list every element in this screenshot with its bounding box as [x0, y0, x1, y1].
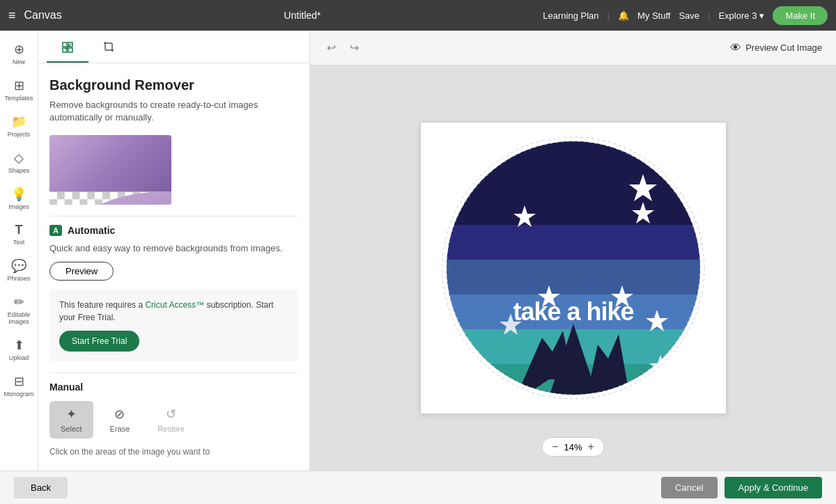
projects-icon: 📁	[11, 114, 26, 129]
sidebar-item-upload[interactable]: ⬆ Upload	[0, 332, 38, 367]
explore-button[interactable]: Explore 3 ▾	[718, 10, 764, 21]
sidebar-label-shapes: Shapes	[8, 167, 30, 174]
topbar: ≡ Canvas Untitled* Learning Plan | 🔔 My …	[0, 0, 836, 31]
erase-tool-icon: ⊘	[114, 407, 125, 422]
erase-tool-label: Erase	[110, 425, 130, 433]
upload-icon: ⬆	[14, 338, 24, 353]
my-stuff-link[interactable]: My Stuff	[637, 10, 670, 21]
divider-2	[49, 372, 298, 373]
menu-icon[interactable]: ≡	[8, 8, 16, 23]
back-button[interactable]: Back	[14, 477, 68, 498]
phrases-icon: 💬	[11, 258, 26, 274]
panel-tabs	[38, 31, 309, 63]
hike-badge-svg: take a hike	[441, 136, 706, 400]
canvas-toolbar-left: ↩ ↪	[324, 38, 362, 57]
sidebar-item-shapes[interactable]: ◇ Shapes	[0, 145, 38, 180]
cancel-button[interactable]: Cancel	[661, 477, 717, 498]
canvas-area: ↩ ↪ 👁 Preview Cut Image	[310, 31, 836, 471]
manual-hint: Click on the areas of the image you want…	[49, 447, 298, 457]
subscription-text: This feature requires a Cricut Access™ s…	[59, 299, 288, 324]
free-trial-button[interactable]: Start Free Trial	[59, 331, 139, 352]
preview-cut-image-button[interactable]: 👁 Preview Cut Image	[730, 42, 822, 54]
cricut-access-link[interactable]: Cricut Access™	[145, 300, 204, 310]
sidebar-item-text[interactable]: T Text	[0, 217, 38, 251]
templates-icon: ⊞	[14, 78, 24, 93]
sidebar-label-phrases: Phrases	[7, 275, 30, 282]
tab-background-remover[interactable]	[47, 31, 88, 63]
separator-2: |	[708, 10, 710, 21]
manual-tools: ✦ Select ⊘ Erase ↺ Restore	[49, 401, 298, 439]
doc-title[interactable]: Untitled*	[284, 10, 321, 21]
monogram-icon: ⊟	[14, 374, 24, 389]
zoom-level: 14%	[564, 442, 582, 452]
subscription-box: This feature requires a Cricut Access™ s…	[49, 289, 298, 361]
canvas-document: take a hike	[420, 122, 727, 414]
apply-continue-button[interactable]: Apply & Continue	[725, 477, 822, 498]
sidebar-item-projects[interactable]: 📁 Projects	[0, 109, 38, 143]
erase-tool-button[interactable]: ⊘ Erase	[99, 401, 141, 439]
bottombar: Back Cancel Apply & Continue	[0, 471, 836, 504]
panel-content: Background Remover Remove backgrounds to…	[38, 63, 309, 471]
redo-button[interactable]: ↪	[347, 38, 362, 57]
new-icon: ⊕	[14, 42, 24, 57]
restore-tool-icon: ↺	[166, 407, 176, 422]
sidebar-label-images: Images	[8, 203, 29, 210]
undo-button[interactable]: ↩	[324, 38, 339, 57]
sidebar-label-text: Text	[13, 239, 25, 246]
panel: Background Remover Remove backgrounds to…	[38, 31, 310, 471]
zoom-in-button[interactable]: +	[588, 441, 594, 452]
editable-images-icon: ✏	[14, 294, 24, 310]
canvas-main[interactable]: take a hike	[310, 65, 836, 471]
preview-cut-image-label: Preview Cut Image	[745, 42, 822, 53]
panel-description: Remove backgrounds to create ready-to-cu…	[49, 99, 298, 124]
sidebar-item-phrases[interactable]: 💬 Phrases	[0, 253, 38, 288]
automatic-section-header: A Automatic	[49, 225, 298, 236]
learning-plan-link[interactable]: Learning Plan	[543, 10, 598, 21]
preview-button[interactable]: Preview	[49, 262, 114, 281]
make-it-button[interactable]: Make It	[773, 6, 828, 25]
background-remover-tab-icon	[61, 40, 75, 54]
eye-icon: 👁	[730, 42, 741, 54]
sidebar-item-editable-images[interactable]: ✏ Editable Images	[0, 289, 38, 331]
select-tool-icon: ✦	[66, 407, 77, 422]
panel-title: Background Remover	[49, 77, 298, 93]
zoom-controls: − 14% +	[541, 437, 605, 457]
svg-rect-20	[447, 260, 700, 294]
bg-remover-preview-image	[49, 135, 171, 205]
app-name: Canvas	[24, 9, 62, 22]
select-tool-button[interactable]: ✦ Select	[49, 401, 93, 439]
sidebar-item-new[interactable]: ⊕ New	[0, 36, 38, 71]
chevron-down-icon: ▾	[759, 10, 764, 21]
images-icon: 💡	[11, 187, 26, 202]
automatic-label: Automatic	[68, 225, 115, 236]
divider-1	[49, 216, 298, 216]
notifications-icon[interactable]: 🔔	[618, 10, 629, 21]
sidebar-label-projects: Projects	[8, 131, 31, 138]
sidebar-item-templates[interactable]: ⊞ Templates	[0, 72, 38, 107]
sidebar-label-monogram: Monogram	[3, 391, 33, 397]
svg-rect-19	[447, 225, 700, 260]
restore-tool-label: Restore	[157, 425, 185, 433]
select-tool-label: Select	[61, 425, 82, 433]
sidebar-label-upload: Upload	[9, 354, 29, 361]
sidebar-item-images[interactable]: 💡 Images	[0, 181, 38, 216]
bottombar-right: Cancel Apply & Continue	[661, 477, 822, 498]
explore-label: Explore 3	[718, 10, 757, 21]
main-layout: ⊕ New ⊞ Templates 📁 Projects ◇ Shapes 💡 …	[0, 31, 836, 471]
sidebar-label-new: New	[13, 58, 25, 65]
zoom-out-button[interactable]: −	[552, 441, 558, 452]
canvas-toolbar: ↩ ↪ 👁 Preview Cut Image	[310, 31, 836, 65]
flower-preview-svg	[49, 135, 171, 205]
separator-1: |	[607, 10, 610, 21]
text-icon: T	[15, 223, 23, 237]
automatic-description: Quick and easy way to remove backgrounds…	[49, 243, 298, 253]
shapes-icon: ◇	[14, 150, 24, 166]
restore-tool-button[interactable]: ↺ Restore	[146, 401, 196, 439]
sidebar-item-monogram[interactable]: ⊟ Monogram	[0, 368, 38, 403]
save-link[interactable]: Save	[679, 10, 699, 21]
sidebar-icons: ⊕ New ⊞ Templates 📁 Projects ◇ Shapes 💡 …	[0, 31, 38, 471]
svg-text:take a hike: take a hike	[513, 297, 633, 326]
tab-crop[interactable]	[88, 31, 130, 63]
manual-title: Manual	[49, 381, 298, 393]
svg-rect-18	[447, 141, 700, 225]
